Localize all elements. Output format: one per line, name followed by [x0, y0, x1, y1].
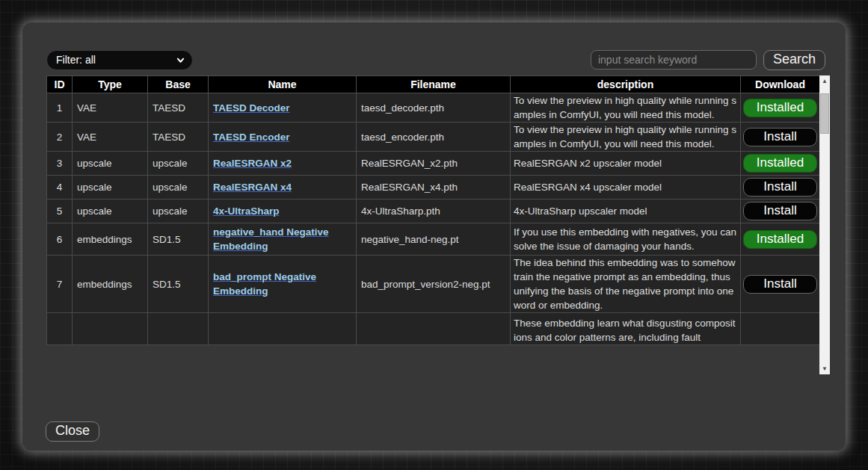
table-header-row: IDTypeBaseNameFilenamedescriptionDownloa…: [47, 76, 820, 93]
cell-filename: 4x-UltraSharp.pth: [357, 200, 511, 223]
column-header-id: ID: [47, 76, 73, 93]
cell-name: RealESRGAN x4: [209, 176, 357, 200]
install-button[interactable]: Install: [743, 128, 817, 146]
cell-base: SD1.5: [148, 223, 209, 256]
column-header-name: Name: [209, 76, 357, 93]
table-row: 2VAETAESDTAESD Encodertaesd_encoder.pthT…: [47, 123, 820, 152]
search-group: Search: [591, 50, 825, 70]
model-name-link[interactable]: TAESD Decoder: [213, 102, 290, 114]
cell-id: 5: [47, 200, 73, 223]
scroll-up-button[interactable]: ▲: [819, 75, 830, 87]
model-name-link[interactable]: RealESRGAN x2: [213, 158, 292, 169]
installed-button[interactable]: Installed: [743, 99, 817, 117]
close-button[interactable]: Close: [46, 421, 99, 442]
cell-download: Installed: [741, 152, 820, 176]
cell-description: To view the preview in high quality whil…: [511, 93, 741, 123]
cell-filename: bad_prompt_version2-neg.pt: [357, 256, 511, 313]
cell-filename: taesd_encoder.pth: [357, 123, 511, 152]
installed-button[interactable]: Installed: [743, 230, 817, 249]
dialog-footer: Close: [46, 421, 846, 442]
cell-filename: negative_hand-neg.pt: [357, 223, 511, 256]
cell-filename: [357, 313, 511, 345]
cell-name: bad_prompt Negative Embedding: [209, 256, 357, 313]
column-header-type: Type: [73, 76, 148, 93]
cell-base: TAESD: [148, 93, 209, 123]
table-row: 7embeddingsSD1.5bad_prompt Negative Embe…: [47, 256, 820, 313]
filter-select[interactable]: Filter: all: [46, 50, 193, 70]
cell-base: upscale: [148, 176, 209, 200]
scroll-down-icon: ▼: [822, 365, 828, 372]
column-header-download: Download: [741, 76, 820, 93]
cell-filename: taesd_decoder.pth: [357, 93, 511, 123]
column-header-base: Base: [148, 76, 209, 93]
install-button[interactable]: Install: [743, 202, 817, 220]
cell-description: RealESRGAN x2 upscaler model: [511, 152, 741, 176]
cell-id: 3: [47, 152, 73, 176]
cell-base: TAESD: [148, 123, 209, 152]
cell-name: negative_hand Negative Embedding: [209, 223, 357, 256]
model-table-area: IDTypeBaseNameFilenamedescriptionDownloa…: [46, 75, 830, 374]
installed-button[interactable]: Installed: [743, 154, 817, 173]
model-name-link[interactable]: TAESD Encoder: [213, 132, 290, 143]
cell-base: upscale: [148, 152, 209, 176]
table-row: These embedding learn what disgusting co…: [47, 313, 820, 345]
table-row: 1VAETAESDTAESD Decodertaesd_decoder.pthT…: [47, 93, 820, 123]
cell-type: VAE: [73, 93, 148, 123]
cell-name: TAESD Encoder: [209, 123, 357, 152]
cell-id: 7: [47, 256, 73, 313]
cell-base: upscale: [148, 200, 209, 223]
cell-name: TAESD Decoder: [209, 93, 357, 123]
column-header-description: description: [511, 76, 741, 93]
model-name-link[interactable]: RealESRGAN x4: [213, 182, 292, 193]
scroll-up-icon: ▲: [822, 78, 828, 84]
cell-id: 1: [47, 93, 73, 123]
cell-id: [47, 313, 73, 345]
scrollbar-thumb[interactable]: [820, 93, 829, 134]
search-input[interactable]: [591, 50, 757, 69]
install-button[interactable]: Install: [743, 178, 817, 197]
cell-description: To view the preview in high quality whil…: [511, 123, 741, 152]
cell-download: Install: [741, 200, 820, 223]
cell-description: These embedding learn what disgusting co…: [511, 313, 741, 345]
install-button[interactable]: Install: [743, 275, 817, 294]
table-row: 3upscaleupscaleRealESRGAN x2RealESRGAN_x…: [47, 152, 820, 176]
cell-name: RealESRGAN x2: [209, 152, 357, 176]
page-background: { "filter": { "selected": "Filter: all" …: [0, 0, 868, 470]
cell-name: [209, 313, 357, 345]
cell-download: Installed: [741, 93, 820, 123]
cell-description: RealESRGAN x4 upscaler model: [511, 176, 741, 200]
cell-id: 4: [47, 176, 73, 200]
filter-select-wrap: Filter: all: [46, 50, 193, 70]
model-name-link[interactable]: bad_prompt Negative Embedding: [213, 271, 316, 297]
toolbar: Filter: all Search: [46, 49, 825, 70]
search-button[interactable]: Search: [763, 50, 825, 70]
cell-type: upscale: [73, 200, 148, 223]
cell-id: 2: [47, 123, 73, 152]
cell-base: [148, 313, 209, 345]
cell-id: 6: [47, 223, 73, 256]
cell-download: [741, 313, 820, 345]
cell-type: upscale: [73, 176, 148, 200]
cell-name: 4x-UltraSharp: [209, 200, 357, 223]
table-row: 6embeddingsSD1.5negative_hand Negative E…: [47, 223, 820, 256]
model-table-viewport: IDTypeBaseNameFilenamedescriptionDownloa…: [46, 75, 819, 374]
cell-filename: RealESRGAN_x4.pth: [357, 176, 511, 200]
cell-download: Install: [741, 123, 820, 152]
cell-type: embeddings: [73, 256, 148, 313]
cell-download: Installed: [741, 223, 820, 256]
install-models-dialog: Filter: all Search IDTypeBaseNameFilenam…: [22, 22, 846, 451]
cell-type: embeddings: [73, 223, 148, 256]
scroll-down-button[interactable]: ▼: [819, 363, 830, 374]
cell-type: upscale: [73, 152, 148, 176]
model-table: IDTypeBaseNameFilenamedescriptionDownloa…: [46, 75, 819, 345]
cell-download: Install: [741, 256, 820, 313]
cell-download: Install: [741, 176, 820, 200]
cell-description: 4x-UltraSharp upscaler model: [511, 200, 741, 223]
model-name-link[interactable]: 4x-UltraSharp: [213, 205, 280, 217]
column-header-filename: Filename: [357, 76, 511, 93]
cell-description: The idea behind this embedding was to so…: [511, 256, 741, 313]
cell-description: If you use this embedding with negatives…: [511, 223, 741, 256]
table-scrollbar[interactable]: ▲ ▼: [819, 75, 830, 374]
model-name-link[interactable]: negative_hand Negative Embedding: [213, 226, 329, 252]
cell-base: SD1.5: [148, 256, 209, 313]
